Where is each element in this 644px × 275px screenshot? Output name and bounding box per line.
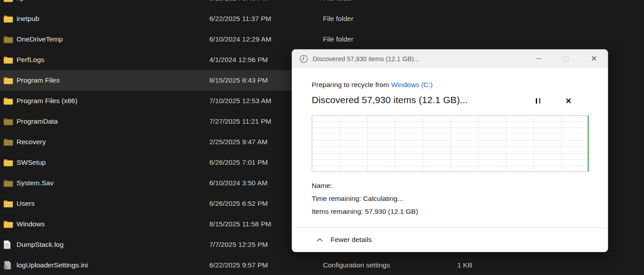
document-gear-icon	[4, 261, 13, 270]
folder-hidden-icon	[4, 35, 13, 44]
dialog-body: Preparing to recycle from Windows (C:) D…	[292, 81, 608, 218]
operation-status-line: Preparing to recycle from Windows (C:)	[312, 81, 588, 89]
close-icon[interactable]: ✕	[580, 50, 608, 68]
fewer-details-label: Fewer details	[330, 236, 372, 244]
date-modified: 7/7/2025 12:25 PM	[209, 241, 268, 249]
list-item[interactable]: OneDriveTemp 6/10/2024 12:29 AM File fol…	[0, 29, 644, 50]
graph-position-line	[588, 116, 589, 171]
file-name: logUploaderSettings.ini	[17, 261, 88, 269]
date-modified: 6/26/2025 6:52 PM	[209, 200, 268, 208]
folder-hidden-icon	[4, 179, 13, 188]
detail-items-line: Items remaining: 57,930 (12.1 GB)	[312, 205, 588, 218]
file-name: PerfLogs	[17, 56, 44, 64]
file-name: inetpub	[17, 15, 39, 23]
date-modified: 7/27/2025 11:21 PM	[209, 117, 271, 125]
date-modified: 6/22/2025 11:37 PM	[209, 15, 271, 23]
time-remaining-value: Calculating...	[363, 195, 403, 202]
file-name: hp	[17, 0, 24, 2]
file-type: Configuration settings	[323, 261, 390, 269]
folder-icon	[4, 220, 13, 229]
progress-heading-row: Discovered 57,930 items (12.1 GB)... ✕	[312, 95, 588, 108]
date-modified: 2/25/2025 9:47 AM	[209, 138, 267, 146]
folder-hidden-icon	[4, 138, 13, 146]
date-modified: 6/26/2025 7:01 PM	[209, 158, 268, 167]
dialog-titlebar: Discovered 57,930 items (12.1 GB)... ✕	[292, 50, 608, 68]
date-modified: 4/1/2024 12:56 PM	[209, 56, 268, 64]
folder-icon	[4, 199, 13, 208]
folder-icon	[4, 55, 13, 64]
file-name: Recovery	[17, 138, 46, 146]
date-modified: 8/15/2025 11:58 PM	[209, 220, 271, 228]
folder-icon	[4, 0, 13, 3]
date-modified: 6/10/2024 12:29 AM	[209, 35, 271, 43]
file-type: File folder	[323, 35, 353, 43]
folder-icon	[4, 96, 13, 105]
document-icon	[4, 240, 13, 249]
transfer-speed-graph	[312, 115, 589, 172]
prep-text: Preparing to recycle from	[312, 81, 391, 88]
cancel-button[interactable]: ✕	[561, 95, 576, 107]
file-name: DumpStack.log	[17, 241, 64, 249]
file-name: Windows	[17, 220, 45, 228]
file-name: OneDriveTemp	[17, 35, 63, 43]
file-name: SWSetup	[17, 158, 46, 167]
file-type: File folder	[323, 15, 353, 23]
file-name: System.Sav	[17, 179, 54, 187]
list-item[interactable]: hp 5/10/2024 9:43 PM File folder	[0, 0, 644, 8]
date-modified: 6/10/2024 3:50 AM	[209, 179, 267, 187]
folder-icon	[4, 158, 13, 167]
date-modified: 8/15/2025 8:43 PM	[209, 76, 268, 84]
date-modified: 6/22/2025 9:57 PM	[209, 261, 268, 269]
minimize-button[interactable]	[525, 50, 552, 68]
progress-heading: Discovered 57,930 items (12.1 GB)...	[312, 95, 468, 105]
clock-icon	[299, 54, 309, 64]
folder-icon	[4, 14, 13, 23]
date-modified: 5/10/2024 9:43 PM	[209, 0, 268, 2]
list-item[interactable]: inetpub 6/22/2025 11:37 PM File folder	[0, 8, 644, 29]
drive-link[interactable]: Windows (C:)	[391, 81, 432, 88]
window-controls: ✕	[525, 50, 608, 68]
detail-time-line: Time remaining: Calculating...	[312, 192, 588, 205]
date-modified: 7/10/2025 12:53 AM	[209, 97, 271, 105]
file-type: File folder	[323, 0, 353, 2]
file-size: 1 KB	[419, 261, 472, 269]
items-remaining-value: 57,930 (12.1 GB)	[365, 208, 418, 215]
dialog-title: Discovered 57,930 items (12.1 GB)...	[313, 55, 525, 62]
file-name: Program Files (x86)	[17, 97, 77, 105]
progress-details: Name: Time remaining: Calculating... Ite…	[312, 179, 588, 218]
folder-hidden-icon	[4, 117, 13, 126]
maximize-button	[552, 50, 580, 68]
pause-button[interactable]	[531, 95, 545, 107]
detail-name-line: Name:	[312, 179, 588, 192]
fewer-details-toggle[interactable]: Fewer details	[292, 227, 608, 252]
file-name: Program Files	[17, 76, 59, 84]
folder-icon	[4, 76, 13, 85]
chevron-up-icon	[317, 238, 323, 242]
file-name: ProgramData	[17, 117, 58, 125]
recycle-progress-dialog: Discovered 57,930 items (12.1 GB)... ✕ P…	[292, 49, 608, 252]
file-name: Users	[17, 200, 34, 208]
list-item[interactable]: logUploaderSettings.ini 6/22/2025 9:57 P…	[0, 255, 644, 275]
